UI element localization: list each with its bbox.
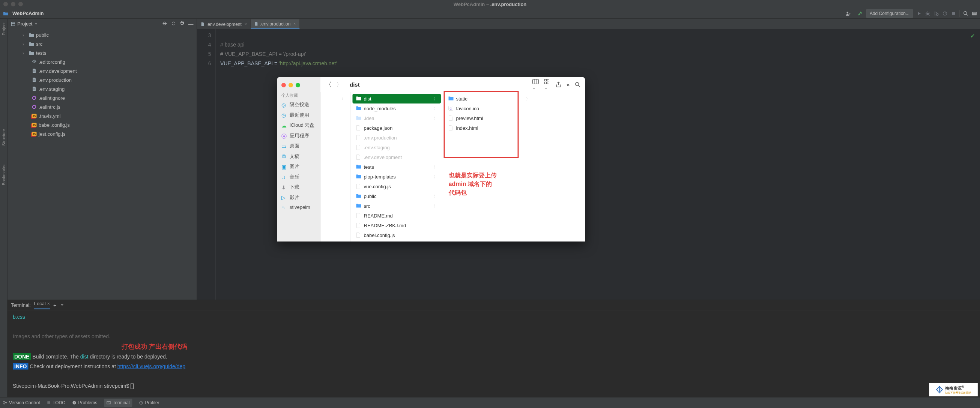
project-name-label[interactable]: WebPcAdmin (13, 11, 44, 16)
rail-structure-label[interactable]: Structure (1, 129, 6, 146)
finder-item-README.md[interactable]: README.md (353, 211, 441, 221)
finder-sidebar-image[interactable]: ▣图片 (277, 161, 320, 172)
finder-item-public[interactable]: public〉 (353, 191, 441, 201)
tree-item-.env.development[interactable]: .env.development (8, 67, 197, 75)
finder-view-columns-icon[interactable]: ⌄ (532, 79, 539, 90)
add-configuration-button[interactable]: Add Configuration... (866, 9, 913, 17)
finder-more-icon[interactable]: » (566, 81, 570, 88)
coverage-icon[interactable] (934, 11, 939, 16)
chevron-right-icon[interactable]: › (22, 41, 26, 47)
finder-search-icon[interactable] (575, 82, 581, 87)
rail-bookmarks-label[interactable]: Bookmarks (1, 165, 6, 185)
svg-rect-18 (47, 402, 47, 403)
tree-item-.eslintrc.js[interactable]: .eslintrc.js (8, 102, 197, 111)
minimize-icon[interactable] (288, 83, 293, 87)
inspection-ok-icon[interactable]: ✔ (970, 31, 975, 41)
search-icon[interactable] (963, 11, 968, 16)
terminal-tabs: Terminal: Local × + (8, 300, 980, 311)
hide-icon[interactable]: — (188, 21, 194, 27)
finder-column-2[interactable]: dist〉node_modules〉.idea〉package.json.env… (350, 92, 443, 241)
finder-item-.env.development[interactable]: .env.development (353, 152, 441, 162)
tree-item-.eslintignore[interactable]: .eslintignore (8, 94, 197, 102)
zoom-icon[interactable] (296, 83, 300, 87)
tree-item-.editorconfig[interactable]: .editorconfig (8, 57, 197, 67)
tree-item-.env.staging[interactable]: .env.staging (8, 84, 197, 94)
finder-sidebar-movie[interactable]: ▷影片 (277, 192, 320, 203)
editor-tab-.env.development[interactable]: .env.development× (197, 19, 251, 29)
finder-item-dist[interactable]: dist〉 (353, 94, 441, 103)
status-version-control[interactable]: Version Control (3, 400, 40, 405)
terminal-dropdown-icon[interactable] (60, 303, 64, 307)
chevron-right-icon: 〉 (434, 96, 438, 101)
finder-column-1[interactable]: 〉 (320, 92, 350, 241)
expand-all-icon[interactable] (171, 21, 176, 27)
finder-item-.idea[interactable]: .idea〉 (353, 113, 441, 123)
finder-item-plop-templates[interactable]: plop-templates〉 (353, 172, 441, 181)
minimize-icon[interactable] (11, 2, 15, 6)
select-opened-icon[interactable] (162, 21, 167, 27)
run-icon[interactable] (916, 11, 922, 16)
debug-icon[interactable] (925, 11, 931, 16)
finder-item-tests[interactable]: tests〉 (353, 162, 441, 172)
chevron-right-icon[interactable]: › (22, 50, 26, 56)
user-icon[interactable] (845, 11, 851, 16)
finder-column-3[interactable]: static〉Cfavicon.icopreview.htmlindex.htm… (443, 92, 535, 241)
finder-item-node_modules[interactable]: node_modules〉 (353, 103, 441, 113)
status-terminal[interactable]: Terminal (104, 398, 132, 407)
status-problems[interactable]: Problems (72, 400, 97, 405)
finder-item-parent[interactable]: 〉 (323, 94, 349, 103)
finder-item-README.ZBKJ.md[interactable]: README.ZBKJ.md (353, 221, 441, 230)
finder-group-icon[interactable]: ⌄ (544, 79, 551, 90)
zoom-icon[interactable] (18, 2, 23, 6)
finder-item-vue.config.js[interactable]: vue.config.js (353, 181, 441, 191)
terminal-new-tab-button[interactable]: + (53, 302, 57, 308)
doc-icon (356, 154, 362, 160)
finder-sidebar-doc[interactable]: 🗎文稿 (277, 151, 320, 162)
terminal-tab-local[interactable]: Local × (34, 301, 50, 310)
close-tab-icon[interactable]: × (293, 22, 296, 26)
hammer-icon[interactable] (858, 11, 862, 16)
chevron-right-icon[interactable]: › (22, 32, 26, 38)
tree-item-babel.config.js[interactable]: JSbabel.config.js (8, 121, 197, 129)
tree-item-.env.production[interactable]: .env.production (8, 75, 197, 84)
stop-icon[interactable] (951, 11, 956, 16)
finder-sidebar-home[interactable]: ⌂stivepeim (277, 203, 320, 212)
finder-item-src[interactable]: src〉 (353, 201, 441, 211)
finder-item-.env.staging[interactable]: .env.staging (353, 143, 441, 152)
close-icon[interactable] (282, 83, 286, 87)
rail-project-label[interactable]: Project (1, 22, 6, 35)
settings-icon[interactable] (972, 11, 977, 16)
finder-sidebar-apps[interactable]: Ⓐ应用程序 (277, 130, 320, 141)
finder-back-button[interactable]: 〈 (325, 80, 332, 89)
tree-item-public[interactable]: ›public (8, 30, 197, 40)
close-icon[interactable] (3, 2, 8, 6)
status-profiler[interactable]: Profiler (139, 400, 159, 405)
tree-item-jest.config.js[interactable]: JSjest.config.js (8, 129, 197, 138)
finder-traffic-lights[interactable] (277, 81, 320, 92)
gear-icon[interactable] (180, 21, 185, 27)
finder-sidebar-download[interactable]: ⬇下载 (277, 182, 320, 192)
tree-item-label: .env.staging (39, 86, 65, 92)
profile-icon[interactable] (942, 11, 948, 16)
editor-tab-.env.production[interactable]: .env.production× (251, 19, 300, 29)
project-tree[interactable]: ›public›src›tests.editorconfig.env.devel… (8, 29, 197, 140)
finder-item-package.json[interactable]: package.json (353, 123, 441, 133)
terminal-output[interactable]: b.css Images and other types of assets o… (8, 311, 980, 397)
finder-share-icon[interactable] (556, 82, 561, 88)
close-tab-icon[interactable]: × (245, 22, 247, 27)
folder-icon (29, 41, 34, 46)
finder-sidebar-music[interactable]: ♫音乐 (277, 172, 320, 182)
finder-sidebar-clock[interactable]: ◷最近使用 (277, 110, 320, 121)
finder-sidebar-desktop[interactable]: ▭桌面 (277, 141, 320, 151)
tree-item-.travis.yml[interactable]: JS.travis.yml (8, 111, 197, 121)
finder-item-.env.production[interactable]: .env.production (353, 133, 441, 143)
tree-item-tests[interactable]: ›tests (8, 48, 197, 57)
finder-forward-button[interactable]: 〉 (336, 80, 342, 89)
window-traffic-lights[interactable] (3, 2, 23, 6)
finder-item-babel.config.js[interactable]: babel.config.js (353, 230, 441, 240)
finder-sidebar-cloud[interactable]: ☁iCloud 云盘 (277, 120, 320, 130)
project-panel-title[interactable]: Project (11, 21, 38, 27)
tree-item-src[interactable]: ›src (8, 40, 197, 48)
status-todo[interactable]: TODO (46, 400, 65, 405)
finder-sidebar-airdrop[interactable]: ◎隔空投送 (277, 99, 320, 110)
